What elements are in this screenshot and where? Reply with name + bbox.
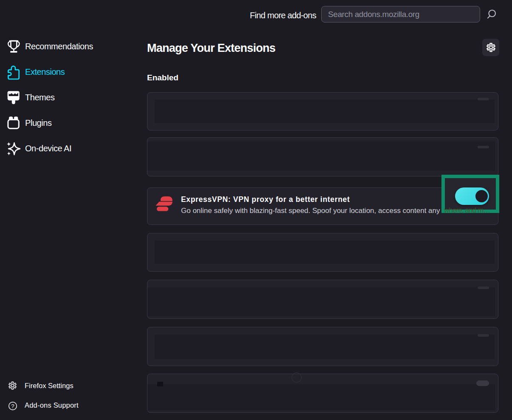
svg-text:?: ? [11, 403, 14, 409]
